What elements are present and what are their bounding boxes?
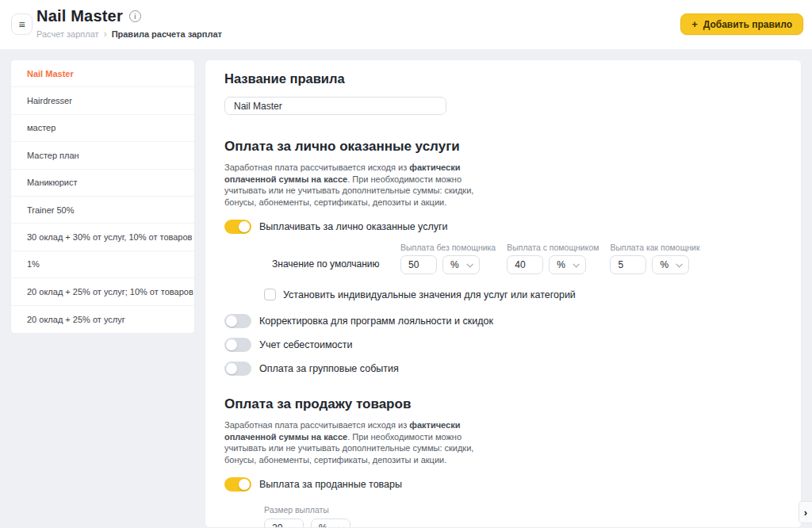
sidebar-item-trainer-50[interactable]: Trainer 50% (11, 197, 194, 224)
payout-as-assistant-label: Выплата как помощник (610, 243, 699, 252)
services-section-description: Заработная плата рассчитывается исходя и… (224, 162, 489, 208)
toggle-knob (239, 479, 250, 490)
chevron-down-icon (573, 261, 580, 267)
sidebar-item-20-salary-25-10[interactable]: 20 оклад + 25% от услуг; 10% от товаров (11, 278, 194, 305)
breadcrumb-current: Правила расчета зарплат (112, 29, 222, 39)
rules-sidebar: Nail Master Hairdresser мастер Мастер пл… (10, 59, 195, 334)
loyalty-adjustment-toggle[interactable] (224, 314, 251, 328)
unit-value: % (450, 259, 459, 270)
cost-accounting-toggle[interactable] (224, 338, 251, 352)
description-text: Заработная плата рассчитывается исходя и… (224, 420, 409, 430)
payout-as-assistant-unit-select[interactable]: % (652, 255, 689, 274)
loyalty-adjustment-toggle-label: Корректировка для программ лояльности и … (259, 316, 493, 327)
payout-amount-block: Размер выплаты % (264, 505, 782, 528)
add-rule-button[interactable]: + Добавить правило (680, 13, 803, 35)
breadcrumb-parent[interactable]: Расчет зарплат (36, 29, 99, 39)
breadcrumb-separator-icon: › (104, 29, 107, 40)
services-section-heading: Оплата за лично оказанные услуги (224, 139, 782, 155)
individual-values-checkbox[interactable] (264, 289, 276, 300)
chevron-down-icon (676, 261, 683, 267)
chevron-down-icon (466, 261, 473, 267)
sidebar-item-manicurist[interactable]: Маникюрист (11, 170, 194, 197)
sidebar-item-hairdresser[interactable]: Hairdresser (11, 87, 194, 114)
toggle-knob (239, 221, 250, 232)
payout-without-assistant-input[interactable] (400, 255, 437, 274)
expand-panel-button[interactable]: › (799, 501, 812, 523)
pay-for-services-toggle-label: Выплачивать за лично оказанные услуги (259, 221, 448, 232)
toggle-knob (226, 339, 237, 350)
sidebar-item-1-percent[interactable]: 1% (11, 251, 194, 278)
goods-section-heading: Оплата за продажу товаров (224, 396, 782, 412)
group-events-toggle[interactable] (224, 362, 251, 376)
pay-for-goods-toggle-label: Выплата за проданные товары (259, 479, 402, 490)
goods-section-description: Заработная плата рассчитывается исходя и… (224, 419, 489, 465)
group-events-toggle-label: Оплата за групповые события (259, 363, 399, 374)
pay-for-services-toggle[interactable] (224, 220, 251, 234)
payout-with-assistant-group: Выплата с помощником % (507, 243, 599, 274)
add-rule-label: Добавить правило (703, 19, 792, 30)
payout-amount-input[interactable] (264, 518, 304, 528)
description-text: Заработная плата рассчитывается исходя и… (224, 163, 409, 172)
sidebar-item-master-plan[interactable]: Мастер план (11, 142, 194, 169)
rule-name-input[interactable] (224, 97, 446, 115)
sidebar-item-30-salary[interactable]: 30 оклад + 30% от услуг, 10% от товаров (11, 224, 194, 251)
rule-name-heading: Название правила (224, 71, 782, 86)
chevron-down-icon (337, 524, 343, 528)
top-header: ≡ Nail Master i Расчет зарплат › Правила… (0, 0, 812, 49)
unit-value: % (319, 522, 327, 528)
payout-with-assistant-input[interactable] (507, 255, 543, 274)
sidebar-item-nail-master[interactable]: Nail Master (11, 60, 194, 87)
payout-amount-label: Размер выплаты (264, 505, 782, 515)
payout-without-assistant-label: Выплата без помощника (400, 243, 496, 252)
toggle-knob (226, 316, 237, 327)
cost-accounting-toggle-label: Учет себестоимости (259, 339, 353, 350)
unit-value: % (660, 259, 668, 270)
pay-for-goods-toggle[interactable] (224, 477, 251, 492)
payout-without-assistant-group: Выплата без помощника % (400, 243, 496, 274)
sidebar-item-master[interactable]: мастер (11, 115, 194, 142)
individual-values-checkbox-label: Установить индивидуальные значения для у… (283, 289, 576, 300)
payout-with-assistant-label: Выплата с помощником (507, 243, 599, 252)
payout-amount-unit-select[interactable]: % (311, 518, 350, 528)
plus-icon: + (691, 18, 698, 30)
unit-value: % (557, 259, 565, 270)
breadcrumb: Расчет зарплат › Правила расчета зарплат (36, 29, 222, 40)
default-value-label: Значение по умолчанию (272, 258, 400, 274)
payout-as-assistant-group: Выплата как помощник % (610, 243, 699, 274)
hamburger-menu-button[interactable]: ≡ (11, 13, 33, 35)
page-title: Nail Master (36, 7, 123, 25)
payout-with-assistant-unit-select[interactable]: % (549, 255, 586, 274)
hamburger-icon: ≡ (18, 18, 25, 31)
payout-as-assistant-input[interactable] (610, 255, 646, 274)
sidebar-item-20-salary-25[interactable]: 20 оклад + 25% от услуг (11, 306, 194, 333)
info-icon[interactable]: i (129, 10, 141, 22)
toggle-knob (226, 363, 237, 374)
default-values-row: Значение по умолчанию Выплата без помощн… (272, 243, 782, 274)
chevron-right-icon: › (804, 507, 807, 518)
payout-without-assistant-unit-select[interactable]: % (442, 255, 480, 274)
rule-settings-panel: Название правила Оплата за лично оказанн… (205, 59, 802, 528)
